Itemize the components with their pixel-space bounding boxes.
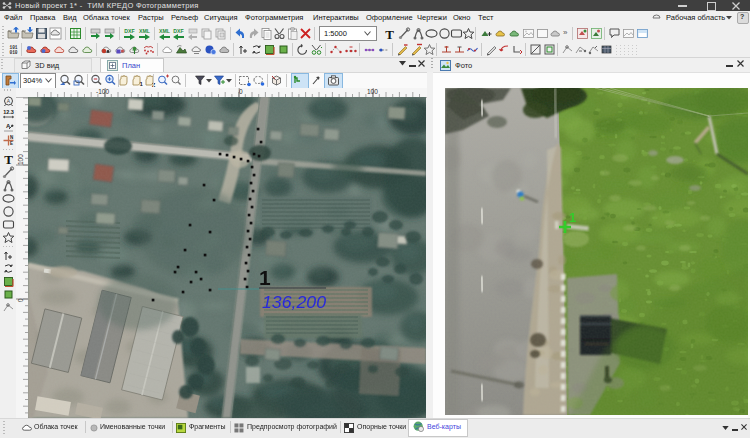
svg-text:DXF: DXF	[124, 28, 134, 34]
svg-text:N: N	[10, 135, 13, 140]
svg-text:T: T	[4, 152, 13, 165]
svg-text:12.3: 12.3	[3, 109, 14, 115]
svg-text:XML: XML	[139, 28, 151, 34]
svg-text:XML: XML	[159, 28, 171, 34]
svg-text:E: E	[10, 141, 13, 146]
svg-text:010: 010	[9, 50, 17, 55]
svg-text:T: T	[385, 27, 394, 40]
svg-text:DXF: DXF	[173, 28, 183, 34]
svg-text:A: A	[6, 98, 10, 104]
